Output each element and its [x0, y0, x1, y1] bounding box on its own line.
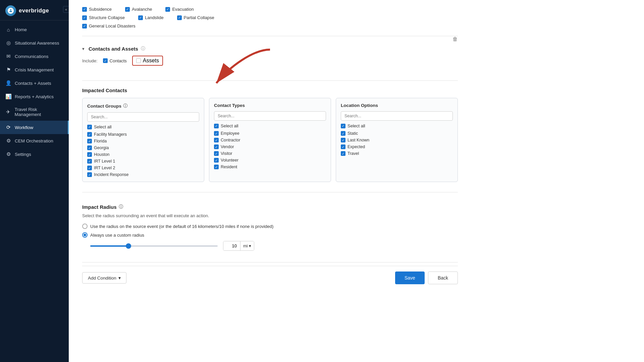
- save-button[interactable]: Save: [395, 272, 425, 284]
- evacuation-label: Evacuation: [172, 7, 194, 12]
- avalanche-label: Avalanche: [132, 7, 152, 12]
- location-options-search[interactable]: [341, 111, 453, 121]
- contacts-assets-section: ▾ Contacts and Assets ⓘ Include: ✓ Conta…: [82, 40, 458, 77]
- list-item[interactable]: ✓Resident: [214, 165, 326, 169]
- contact-types-search[interactable]: [214, 111, 326, 121]
- contact-groups-list: ✓Facility Managers ✓Florida ✓Georgia ✓Ho…: [87, 132, 199, 177]
- structure-collapse-checkbox-icon: ✓: [82, 15, 87, 20]
- list-item[interactable]: ✓Vendor: [214, 144, 326, 149]
- list-item[interactable]: ✓Static: [341, 131, 453, 136]
- delete-icon[interactable]: 🗑: [452, 36, 458, 42]
- landslide-check[interactable]: ✓ Landslide: [138, 15, 164, 20]
- nav-icon-workflow: ⟳: [5, 124, 11, 130]
- impact-radius-info-icon[interactable]: ⓘ: [119, 204, 123, 210]
- avalanche-checkbox-icon: ✓: [125, 7, 130, 12]
- list-item[interactable]: ✓Georgia: [87, 145, 199, 150]
- nav-icon-reports-analytics: 📊: [5, 94, 11, 100]
- contacts-assets-title: Contacts and Assets: [89, 46, 138, 52]
- list-item[interactable]: ✓Volunteer: [214, 158, 326, 163]
- list-item[interactable]: ✓Contractor: [214, 138, 326, 142]
- nav-label-contacts-assets: Contacts + Assets: [15, 81, 51, 86]
- partial-collapse-checkbox-icon: ✓: [177, 15, 182, 20]
- contact-groups-info-icon[interactable]: ⓘ: [123, 103, 127, 109]
- list-item[interactable]: ✓Travel: [341, 151, 453, 156]
- sidebar-item-settings[interactable]: ⚙Settings: [0, 147, 69, 161]
- radius-value-input[interactable]: [223, 241, 240, 250]
- nav-icon-contacts-assets: 👤: [5, 80, 11, 86]
- evacuation-checkbox-icon: ✓: [165, 7, 170, 12]
- select-all-checkbox-types: ✓: [214, 124, 219, 128]
- list-item[interactable]: ✓Incident Response: [87, 172, 199, 177]
- structure-collapse-check[interactable]: ✓ Structure Collapse: [82, 15, 125, 20]
- list-item[interactable]: ✓Facility Managers: [87, 132, 199, 137]
- list-item[interactable]: ✓Florida: [87, 139, 199, 143]
- add-condition-button[interactable]: Add Condition ▾: [82, 272, 126, 284]
- general-local-disasters-checkbox-icon: ✓: [82, 24, 87, 28]
- contact-types-select-all[interactable]: ✓ Select all: [214, 123, 326, 128]
- contacts-assets-info-icon[interactable]: ⓘ: [141, 46, 145, 52]
- general-local-disasters-check[interactable]: ✓ General Local Disasters: [82, 23, 136, 28]
- sidebar-item-contacts-assets[interactable]: 👤Contacts + Assets: [0, 76, 69, 90]
- nav-label-workflow: Workflow: [15, 125, 33, 130]
- sidebar-item-situational-awareness[interactable]: ◎Situational Awareness: [0, 36, 69, 50]
- avalanche-check[interactable]: ✓ Avalanche: [125, 7, 152, 12]
- radius-option2[interactable]: Always use a custom radius: [82, 232, 458, 238]
- sidebar: everbridge « ⌂Home◎Situational Awareness…: [0, 0, 69, 362]
- nav-icon-cem: ⚙: [5, 138, 11, 144]
- list-item[interactable]: ✓IRT Level 2: [87, 166, 199, 170]
- list-item[interactable]: ✓Visitor: [214, 151, 326, 156]
- divider-radius: [82, 192, 458, 192]
- back-button[interactable]: Back: [428, 272, 458, 284]
- list-item[interactable]: ✓Employee: [214, 131, 326, 136]
- sidebar-item-cem[interactable]: ⚙CEM Orchestration: [0, 134, 69, 147]
- sidebar-item-reports-analytics[interactable]: 📊Reports + Analytics: [0, 90, 69, 103]
- radius-description: Select the radius surrounding an event t…: [82, 213, 458, 218]
- sidebar-item-travel-risk[interactable]: ✈Travel Risk Management: [0, 103, 69, 121]
- list-item[interactable]: ✓Houston: [87, 152, 199, 157]
- contact-groups-search[interactable]: [87, 112, 199, 122]
- logo-icon: [5, 5, 16, 16]
- assets-checkbox-item[interactable]: Assets: [132, 56, 163, 66]
- top-checkboxes-row2: ✓ Structure Collapse ✓ Landslide ✓ Parti…: [82, 15, 458, 23]
- sidebar-item-crisis-management[interactable]: ⚑Crisis Management: [0, 63, 69, 76]
- nav-label-settings: Settings: [15, 152, 31, 157]
- sidebar-item-communications[interactable]: ✉Communications: [0, 50, 69, 63]
- assets-checkbox-icon: [136, 58, 141, 63]
- chevron-icon[interactable]: ▾: [82, 46, 85, 51]
- list-item[interactable]: ✓IRT Level 1: [87, 159, 199, 164]
- nav-menu: ⌂Home◎Situational Awareness✉Communicatio…: [0, 20, 69, 362]
- location-options-box: Location Options ✓ Select all ✓Static ✓L…: [336, 98, 458, 182]
- nav-label-communications: Communications: [15, 54, 49, 59]
- impacted-contacts-section: Impacted Contacts Contact Groups ⓘ ✓ Sel…: [82, 84, 458, 189]
- select-all-checkbox-groups: ✓: [87, 125, 92, 129]
- contact-groups-select-all[interactable]: ✓ Select all: [87, 124, 199, 129]
- sidebar-item-home[interactable]: ⌂Home: [0, 23, 69, 36]
- evacuation-check[interactable]: ✓ Evacuation: [165, 7, 194, 12]
- contact-types-list: ✓Employee ✓Contractor ✓Vendor ✓Visitor ✓…: [214, 131, 326, 169]
- location-options-title: Location Options: [341, 103, 453, 108]
- partial-collapse-check[interactable]: ✓ Partial Collapse: [177, 15, 214, 20]
- nav-icon-crisis-management: ⚑: [5, 67, 11, 73]
- collapse-button[interactable]: «: [63, 6, 69, 13]
- bottom-bar: Add Condition ▾ Save Back: [82, 266, 458, 290]
- list-item[interactable]: ✓Expected: [341, 144, 453, 149]
- contacts-assets-header: ▾ Contacts and Assets ⓘ: [82, 46, 458, 52]
- radius-slider-track[interactable]: [90, 245, 218, 247]
- radius-option1-label: Use the radius on the source event (or t…: [90, 224, 273, 229]
- contacts-checkbox-item[interactable]: ✓ Contacts: [103, 58, 127, 63]
- radius-slider-thumb[interactable]: [126, 243, 131, 249]
- partial-collapse-label: Partial Collapse: [184, 15, 214, 20]
- divider-bottom: [82, 262, 458, 262]
- radius-option1[interactable]: Use the radius on the source event (or t…: [82, 224, 458, 229]
- sidebar-item-workflow[interactable]: ⟳Workflow: [0, 121, 69, 134]
- list-item[interactable]: ✓Last Known: [341, 138, 453, 142]
- location-select-all[interactable]: ✓ Select all: [341, 123, 453, 128]
- contact-types-title: Contact Types: [214, 103, 326, 108]
- radius-unit-dropdown[interactable]: mi ▾: [240, 241, 254, 250]
- subsidence-check[interactable]: ✓ Subsidence: [82, 7, 112, 12]
- include-row: Include: ✓ Contacts Assets: [82, 56, 458, 66]
- add-condition-label: Add Condition: [88, 276, 116, 281]
- subsidence-checkbox-icon: ✓: [82, 7, 87, 12]
- nav-label-home: Home: [15, 27, 27, 32]
- contacts-label: Contacts: [110, 58, 127, 63]
